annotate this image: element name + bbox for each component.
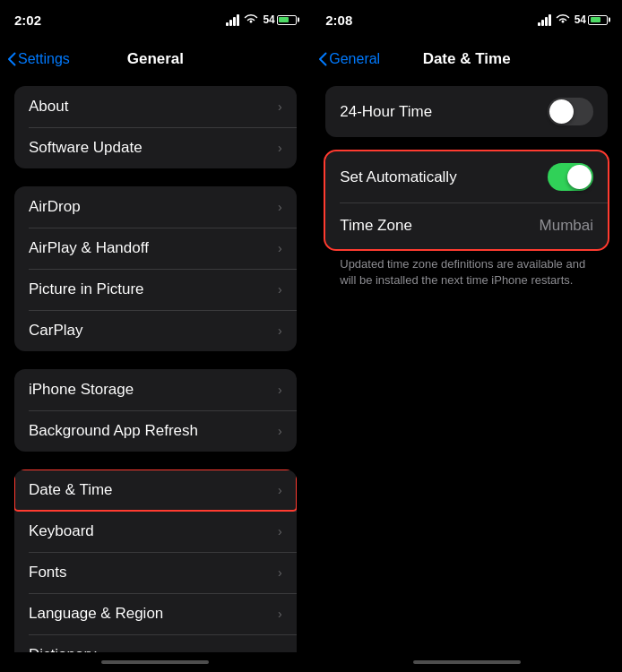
chevron-icon: › bbox=[278, 141, 282, 155]
back-button-left[interactable]: Settings bbox=[7, 51, 70, 67]
chevron-icon: › bbox=[278, 282, 282, 297]
right-panel: 2:08 54 bbox=[311, 0, 622, 672]
chevron-icon: › bbox=[278, 565, 282, 580]
chevron-icon: › bbox=[278, 383, 282, 397]
list-item-date-time[interactable]: Date & Time › bbox=[14, 470, 297, 511]
chevron-icon: › bbox=[278, 241, 282, 255]
right-content: 24-Hour Time Set Automatically bbox=[311, 79, 622, 652]
row-24hr-time: 24-Hour Time bbox=[325, 86, 608, 137]
row-set-automatically: Set Automatically bbox=[325, 151, 608, 202]
nav-bar-left: Settings General bbox=[0, 39, 311, 79]
list-item-airdrop[interactable]: AirDrop › bbox=[14, 186, 297, 228]
toggle-set-auto[interactable] bbox=[548, 163, 593, 191]
chevron-icon: › bbox=[278, 424, 282, 438]
page-title-right: Date & Time bbox=[423, 50, 511, 68]
status-bar-left: 2:02 54 bbox=[0, 0, 311, 39]
time-left: 2:02 bbox=[14, 13, 41, 28]
list-item-carplay[interactable]: CarPlay › bbox=[14, 310, 297, 351]
battery-icon-left: 54 bbox=[263, 13, 296, 26]
battery-icon-right: 54 bbox=[574, 13, 608, 26]
list-item-keyboard[interactable]: Keyboard › bbox=[14, 511, 297, 552]
chevron-icon: › bbox=[278, 99, 282, 114]
left-panel: 2:02 54 bbox=[0, 0, 311, 672]
chevron-icon: › bbox=[278, 524, 282, 538]
status-icons-left: 54 bbox=[226, 13, 296, 27]
list-item-about[interactable]: About › bbox=[14, 86, 297, 127]
status-bar-right: 2:08 54 bbox=[311, 0, 622, 39]
home-indicator-right bbox=[311, 652, 622, 672]
chevron-icon: › bbox=[278, 200, 282, 214]
section-set-auto: Set Automatically bbox=[325, 151, 608, 249]
section-24hr: 24-Hour Time bbox=[325, 86, 608, 137]
list-item-language-region[interactable]: Language & Region › bbox=[14, 593, 297, 634]
chevron-icon: › bbox=[278, 483, 282, 497]
page-title-left: General bbox=[127, 50, 184, 68]
left-content: About › Software Update › AirDrop › AirP… bbox=[0, 79, 311, 652]
list-item-dictionary[interactable]: Dictionary › bbox=[14, 634, 297, 652]
section-group-4: Date & Time › Keyboard › Fonts › Languag… bbox=[14, 470, 297, 652]
section-group-1: About › Software Update › bbox=[14, 86, 297, 168]
chevron-icon: › bbox=[278, 323, 282, 338]
status-icons-right: 54 bbox=[538, 13, 608, 27]
chevron-icon: › bbox=[278, 607, 282, 621]
home-indicator-left bbox=[0, 652, 311, 672]
section-group-3: iPhone Storage › Background App Refresh … bbox=[14, 369, 297, 452]
wifi-icon bbox=[244, 13, 258, 27]
list-item-picture-in-picture[interactable]: Picture in Picture › bbox=[14, 269, 297, 310]
chevron-icon: › bbox=[278, 648, 282, 652]
list-item-background-refresh[interactable]: Background App Refresh › bbox=[14, 410, 297, 452]
back-button-right[interactable]: General bbox=[318, 51, 380, 67]
list-item-fonts[interactable]: Fonts › bbox=[14, 552, 297, 593]
list-item-software-update[interactable]: Software Update › bbox=[14, 127, 297, 168]
toggle-24hr[interactable] bbox=[548, 98, 593, 125]
time-right: 2:08 bbox=[325, 13, 352, 28]
nav-bar-right: General Date & Time bbox=[311, 39, 622, 79]
signal-icon-right bbox=[538, 14, 551, 26]
signal-icon bbox=[226, 14, 239, 26]
list-item-iphone-storage[interactable]: iPhone Storage › bbox=[14, 369, 297, 410]
list-item-airplay-handoff[interactable]: AirPlay & Handoff › bbox=[14, 228, 297, 269]
section-group-2: AirDrop › AirPlay & Handoff › Picture in… bbox=[14, 186, 297, 351]
info-text: Updated time zone definitions are availa… bbox=[325, 249, 608, 299]
wifi-icon-right bbox=[556, 13, 570, 27]
row-timezone[interactable]: Time Zone Mumbai bbox=[325, 202, 608, 249]
